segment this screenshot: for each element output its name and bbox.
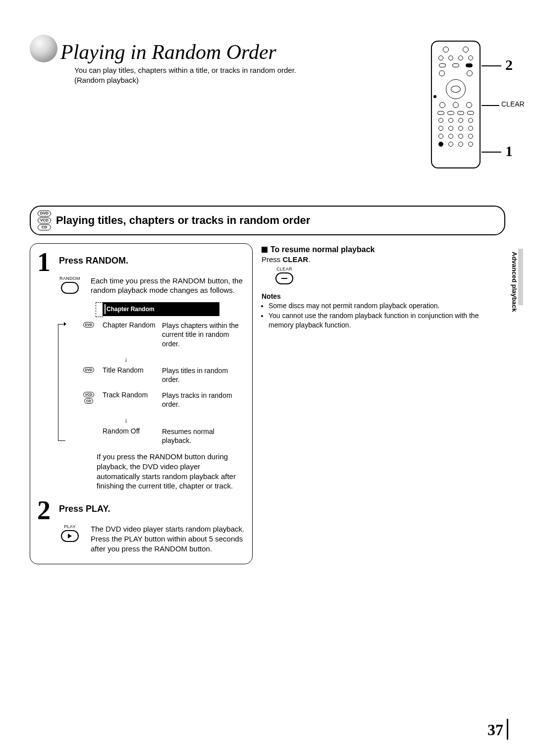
remote-highlight-btn-1 — [438, 142, 443, 147]
step-2-desc: The DVD video player starts random playb… — [91, 524, 245, 553]
step-1-after-text: If you press the RANDOM button during pl… — [97, 452, 245, 491]
page-number: 37 — [487, 721, 503, 739]
step-1-title: Press RANDOM. — [59, 256, 128, 266]
mode-row-track-random: VCD CD Track Random Plays tracks in rand… — [81, 391, 245, 409]
media-badge-cd: CD — [38, 224, 51, 230]
step-number-1: 1 — [37, 252, 59, 273]
section-heading: DVD VCD CD Playing titles, chapters or t… — [30, 206, 505, 235]
osd-preview: Chapter Random — [96, 302, 219, 316]
notes-heading: Notes — [262, 292, 505, 300]
flow-arrow-icon: ↓ — [124, 355, 245, 363]
remote-callout-1: 1 — [505, 143, 513, 160]
media-badge-vcd: VCD — [38, 217, 51, 223]
notes-list: Some discs may not permit random playbac… — [262, 301, 505, 330]
remote-callout-2: 2 — [505, 56, 513, 73]
clear-button-icon: CLEAR — [273, 267, 295, 284]
play-button-icon: PLAY — [59, 524, 81, 542]
remote-highlight-btn-2 — [466, 63, 473, 67]
side-tab-mark — [518, 249, 523, 305]
side-tab-label: Advanced playback — [511, 252, 518, 312]
resume-text: Press CLEAR. — [262, 255, 505, 264]
square-bullet-icon — [262, 247, 268, 253]
step-2-title: Press PLAY. — [59, 504, 110, 514]
resume-heading: To resume normal playback — [262, 245, 505, 254]
note-item: Some discs may not permit random playbac… — [268, 301, 505, 311]
mode-loop-line — [58, 324, 65, 441]
note-item: You cannot use the random playback funct… — [268, 311, 505, 330]
steps-panel: 1 Press RANDOM. RANDOM Each time you pre… — [30, 243, 253, 564]
remote-diagram: 2 CLEAR 1 — [431, 41, 481, 168]
mode-row-title-random: DVD Title Random Plays titles in random … — [81, 366, 245, 384]
flow-arrow-icon: ↓ — [124, 416, 245, 424]
random-button-icon: RANDOM — [59, 276, 81, 294]
step-1-desc: Each time you press the RANDOM button, t… — [91, 276, 245, 296]
step-number-2: 2 — [37, 500, 59, 521]
mode-row-chapter-random: DVD Chapter Random Plays chapters within… — [81, 321, 245, 348]
decorative-sphere — [30, 35, 57, 62]
mode-row-random-off: Random Off Resumes normal playback. — [81, 427, 245, 445]
section-title: Playing titles, chapters or tracks in ra… — [56, 214, 311, 227]
remote-anchor-clear — [433, 95, 436, 98]
page-title: Playing in Random Order — [60, 42, 276, 62]
media-badge-dvd: DVD — [38, 211, 51, 216]
remote-callout-clear: CLEAR — [501, 100, 525, 108]
